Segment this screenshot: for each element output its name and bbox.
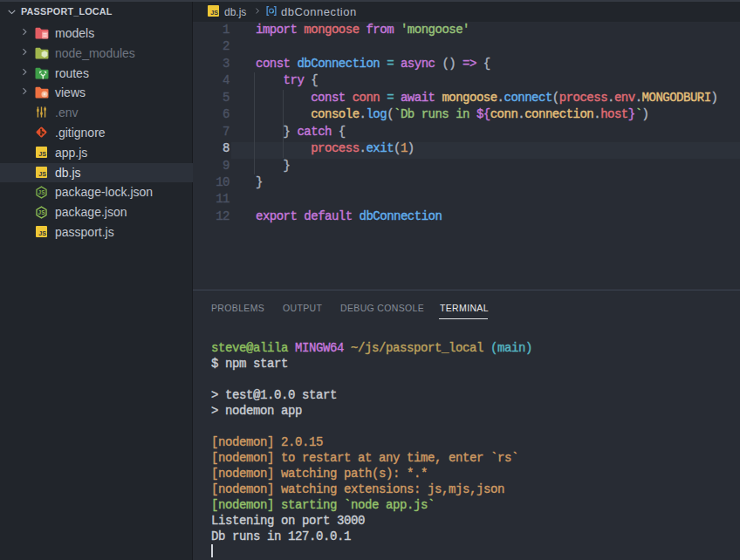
svg-text:JS: JS: [38, 229, 46, 237]
svg-text:JS: JS: [38, 189, 45, 195]
svg-text:JS: JS: [38, 209, 45, 215]
svg-text:JS: JS: [38, 150, 46, 158]
svg-text:JS: JS: [210, 9, 218, 17]
svg-text:JS: JS: [38, 170, 46, 178]
